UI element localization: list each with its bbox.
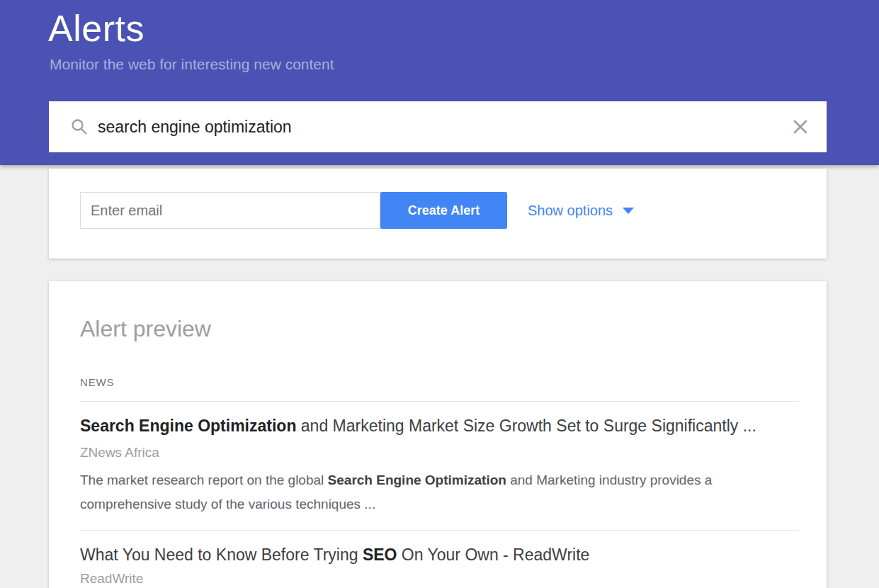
create-alert-form-card: Create Alert Show options bbox=[49, 169, 827, 259]
search-bar bbox=[49, 101, 827, 152]
page-title: Alerts bbox=[48, 7, 144, 50]
news-item-snippet: The market research report on the global… bbox=[80, 468, 752, 516]
alert-preview-card: Alert preview NEWS Search Engine Optimiz… bbox=[49, 281, 827, 588]
show-options-link[interactable]: Show options bbox=[528, 192, 634, 229]
caret-down-icon bbox=[623, 208, 634, 214]
google-alerts-page: Alerts Monitor the web for interesting n… bbox=[0, 0, 879, 588]
page-subtitle: Monitor the web for interesting new cont… bbox=[50, 56, 334, 73]
show-options-label: Show options bbox=[528, 203, 613, 219]
clear-search-icon[interactable] bbox=[790, 116, 811, 137]
alert-preview-title: Alert preview bbox=[80, 316, 211, 342]
divider bbox=[80, 530, 799, 531]
news-section-label: NEWS bbox=[80, 376, 114, 388]
alerts-header: Alerts Monitor the web for interesting n… bbox=[0, 0, 879, 165]
news-item-title[interactable]: Search Engine Optimization and Marketing… bbox=[80, 417, 795, 436]
news-item-title[interactable]: What You Need to Know Before Trying SEO … bbox=[80, 545, 795, 565]
email-field[interactable] bbox=[80, 192, 380, 229]
search-icon bbox=[70, 118, 89, 136]
news-item-source: ReadWrite bbox=[80, 571, 143, 587]
create-alert-button[interactable]: Create Alert bbox=[380, 192, 507, 229]
divider bbox=[80, 401, 799, 402]
news-item-source: ZNews Africa bbox=[80, 445, 159, 460]
search-input[interactable] bbox=[98, 106, 790, 148]
